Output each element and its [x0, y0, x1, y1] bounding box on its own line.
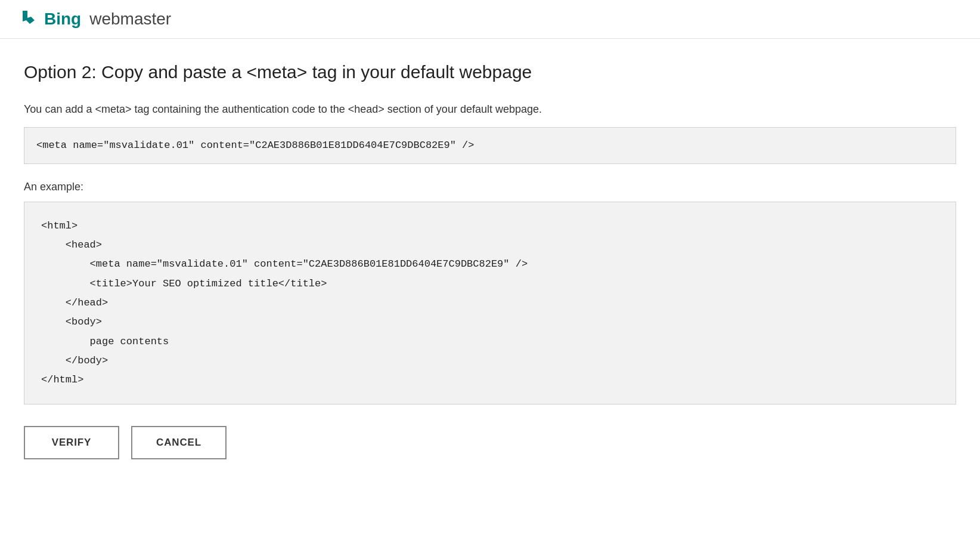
code-line-2: <head> [41, 236, 939, 255]
logo-bing-text: Bing [44, 10, 81, 29]
main-content: Option 2: Copy and paste a <meta> tag in… [0, 39, 980, 483]
example-label: An example: [24, 181, 956, 193]
code-example-box: <html> <head> <meta name="msvalidate.01"… [24, 202, 956, 405]
code-line-9: </html> [41, 370, 939, 390]
cancel-button[interactable]: CANCEL [131, 426, 227, 459]
logo-container: Bing webmaster [18, 8, 171, 30]
code-line-1: <html> [41, 217, 939, 236]
bing-logo-icon [18, 8, 39, 30]
code-line-4: <title>Your SEO optimized title</title> [41, 274, 939, 294]
code-line-5: </head> [41, 294, 939, 313]
description-text: You can add a <meta> tag containing the … [24, 101, 956, 118]
code-line-8: </body> [41, 351, 939, 370]
code-line-7: page contents [41, 332, 939, 351]
page-title: Option 2: Copy and paste a <meta> tag in… [24, 60, 956, 84]
meta-tag-display: <meta name="msvalidate.01" content="C2AE… [24, 127, 956, 164]
code-line-3: <meta name="msvalidate.01" content="C2AE… [41, 255, 939, 274]
logo-webmaster-text: webmaster [89, 10, 171, 29]
button-row: VERIFY CANCEL [24, 426, 956, 459]
code-line-6: <body> [41, 313, 939, 332]
verify-button[interactable]: VERIFY [24, 426, 119, 459]
meta-tag-value: <meta name="msvalidate.01" content="C2AE… [36, 140, 475, 151]
page-header: Bing webmaster [0, 0, 980, 39]
